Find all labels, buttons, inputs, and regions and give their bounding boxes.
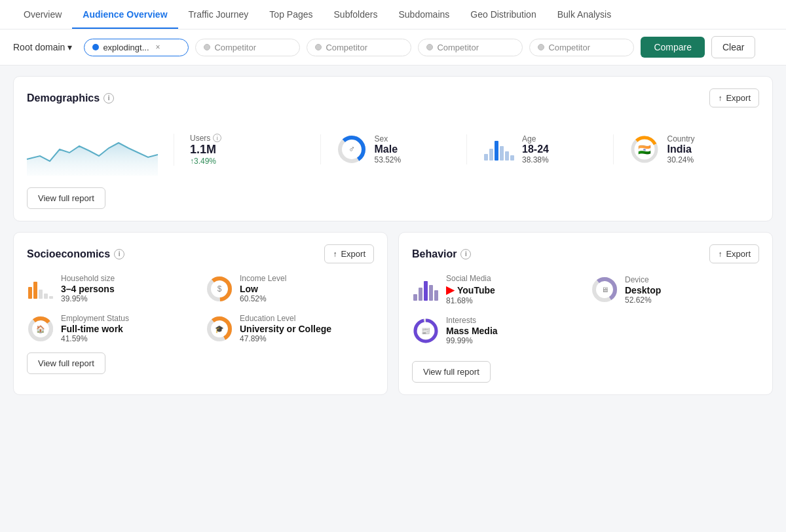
export-up-icon: ↑ xyxy=(718,94,722,103)
competitor-input-3[interactable]: Competitor xyxy=(418,39,523,56)
country-donut: 🇮🇳 xyxy=(629,134,660,164)
demographics-header: Demographics i ↑ Export xyxy=(27,88,759,107)
device-label: Device xyxy=(625,275,661,284)
demographics-export-button[interactable]: ↑ Export xyxy=(709,88,759,107)
socioeconomics-card: Socioeconomics i ↑ Export xyxy=(13,232,388,395)
interests-pct: 99.99% xyxy=(446,336,498,345)
household-stat: Household size 3–4 persons 39.95% xyxy=(27,274,195,303)
social-media-stat: Social Media ▶ YouTube 81.68% xyxy=(412,274,580,305)
competitor-input-4[interactable]: Competitor xyxy=(529,39,634,56)
svg-rect-3 xyxy=(484,154,488,161)
svg-rect-25 xyxy=(424,281,428,301)
income-label: Income Level xyxy=(240,274,286,283)
behavior-header: Behavior i ↑ Export xyxy=(412,244,759,263)
svg-text:♂: ♂ xyxy=(348,144,355,154)
competitor-dot-3 xyxy=(426,44,433,50)
domain-input[interactable]: explodingt... × xyxy=(84,39,189,56)
behavior-export-button[interactable]: ↑ Export xyxy=(709,244,759,263)
employment-value: Full-time work xyxy=(61,324,129,334)
nav-item-overview[interactable]: Overview xyxy=(13,0,72,29)
users-area-chart xyxy=(27,123,158,176)
demographics-view-report-button[interactable]: View full report xyxy=(27,187,105,209)
competitor-dot-4 xyxy=(538,44,544,50)
sex-stat: ♂ Sex Male 53.52% xyxy=(320,134,467,164)
sex-value: Male xyxy=(375,143,402,155)
behavior-card: Behavior i ↑ Export xyxy=(398,232,773,395)
competitor-label-3: Competitor xyxy=(437,43,479,52)
sex-pct: 53.52% xyxy=(375,155,402,164)
competitor-dot-2 xyxy=(315,44,322,50)
nav-item-geo-distribution[interactable]: Geo Distribution xyxy=(460,0,546,29)
employment-label: Employment Status xyxy=(61,314,129,323)
behavior-title: Behavior i xyxy=(412,248,471,260)
household-label: Household size xyxy=(61,274,115,283)
nav-item-traffic-journey[interactable]: Traffic Journey xyxy=(178,0,259,29)
household-value: 3–4 persons xyxy=(61,284,115,294)
export-icon-socio: ↑ xyxy=(333,250,337,259)
root-domain-label: Root domain xyxy=(13,42,65,52)
employment-stat: 🏠 Employment Status Full-time work 41.59… xyxy=(27,314,195,343)
nav-item-subfolders[interactable]: Subfolders xyxy=(324,0,388,29)
competitor-label-1: Competitor xyxy=(214,43,256,52)
social-media-value-wrapper: ▶ YouTube xyxy=(446,284,495,296)
behavior-stats-grid: Social Media ▶ YouTube 81.68% xyxy=(412,274,759,345)
svg-rect-11 xyxy=(28,287,32,299)
education-value: University or College xyxy=(240,324,331,334)
interests-value: Mass Media xyxy=(446,326,498,336)
svg-rect-24 xyxy=(419,288,422,301)
svg-rect-14 xyxy=(44,294,48,299)
socioeconomics-export-button[interactable]: ↑ Export xyxy=(324,244,374,263)
interests-label: Interests xyxy=(446,316,498,325)
income-value: Low xyxy=(240,284,286,294)
main-content: Demographics i ↑ Export xyxy=(0,66,786,406)
clear-button[interactable]: Clear xyxy=(711,36,755,58)
socioeconomics-title: Socioeconomics i xyxy=(27,248,124,260)
income-pct: 60.52% xyxy=(240,294,286,303)
sex-label: Sex xyxy=(375,134,402,143)
toolbar: Root domain ▾ explodingt... × Competitor… xyxy=(0,29,786,66)
device-stat: 🖥 Device Desktop 52.62% xyxy=(591,274,759,305)
age-pct: 38.38% xyxy=(522,155,549,164)
socioeconomics-stats-grid: Household size 3–4 persons 39.95% $ xyxy=(27,274,374,343)
age-stat: Age 18-24 38.38% xyxy=(466,134,613,164)
age-value: 18-24 xyxy=(522,143,549,155)
socioeconomics-view-report-button[interactable]: View full report xyxy=(27,352,105,374)
interests-donut: 📰 xyxy=(412,317,440,345)
country-pct: 30.24% xyxy=(667,155,695,164)
household-bar-chart xyxy=(27,275,54,303)
nav-item-audience-overview[interactable]: Audience Overview xyxy=(72,0,178,29)
behavior-view-report-button[interactable]: View full report xyxy=(412,361,491,383)
svg-rect-23 xyxy=(413,294,417,301)
socioeconomics-info-icon[interactable]: i xyxy=(114,249,124,259)
social-media-label: Social Media xyxy=(446,274,495,283)
close-icon[interactable]: × xyxy=(156,43,160,52)
competitor-input-2[interactable]: Competitor xyxy=(307,39,411,56)
competitor-label-2: Competitor xyxy=(326,43,367,52)
device-donut: 🖥 xyxy=(591,276,618,303)
nav-item-top-pages[interactable]: Top Pages xyxy=(259,0,323,29)
svg-rect-7 xyxy=(505,151,509,161)
education-stat: 🎓 Education Level University or College … xyxy=(206,314,374,343)
behavior-info-icon[interactable]: i xyxy=(460,249,471,259)
bottom-panels: Socioeconomics i ↑ Export xyxy=(13,232,773,395)
compare-button[interactable]: Compare xyxy=(641,37,705,58)
svg-rect-12 xyxy=(33,282,37,299)
country-flag: 🇮🇳 xyxy=(638,143,651,156)
income-stat: $ Income Level Low 60.52% xyxy=(206,274,374,303)
demographics-title: Demographics i xyxy=(27,92,114,104)
main-nav: Overview Audience Overview Traffic Journ… xyxy=(0,0,786,29)
competitor-input-1[interactable]: Competitor xyxy=(195,39,300,56)
users-info-icon[interactable]: i xyxy=(213,134,221,142)
svg-rect-27 xyxy=(434,290,438,301)
education-donut: 🎓 xyxy=(206,315,233,343)
demographics-info-icon[interactable]: i xyxy=(103,93,114,104)
users-stat: Users i 1.1M ↑3.49% xyxy=(174,134,320,166)
nav-item-subdomains[interactable]: Subdomains xyxy=(388,0,460,29)
device-pct: 52.62% xyxy=(625,295,661,305)
nav-item-bulk-analysis[interactable]: Bulk Analysis xyxy=(547,0,622,29)
svg-rect-26 xyxy=(429,285,433,301)
root-domain-dropdown[interactable]: Root domain ▾ xyxy=(13,42,72,52)
age-bar-chart xyxy=(483,134,514,164)
svg-rect-5 xyxy=(495,141,498,161)
household-pct: 39.95% xyxy=(61,294,115,303)
